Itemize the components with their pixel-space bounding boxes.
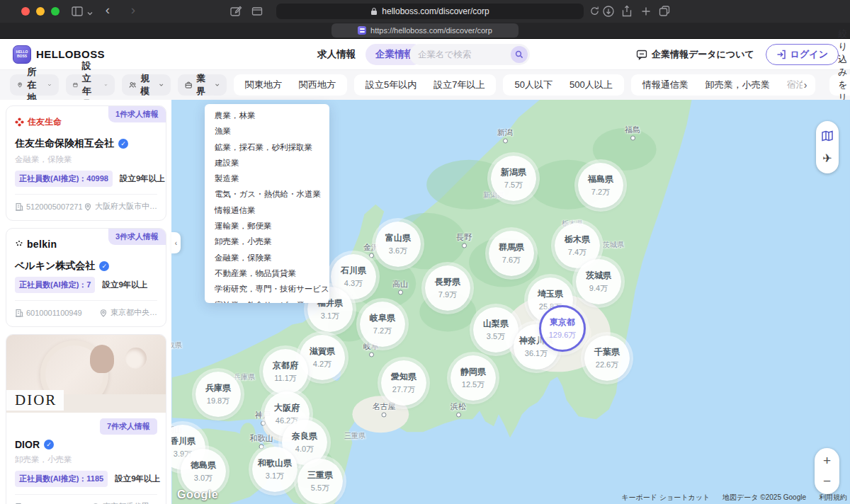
prefecture-bubble[interactable]: 徳島県 3.0万 <box>181 449 226 494</box>
job-count-badge: 1件求人情報 <box>108 106 166 122</box>
prefecture-bubble[interactable]: 京都府 11.1万 <box>263 349 308 394</box>
compose-icon[interactable] <box>230 5 242 18</box>
map-place-label: 取県 <box>171 340 182 350</box>
industry-menu-item[interactable]: 鉱業，採石業，砂利採取業 <box>205 139 329 155</box>
prefecture-bubble[interactable]: 富山県 3.6万 <box>375 222 421 267</box>
industry-menu-item[interactable]: 宿泊業，飲食サービス業 <box>205 297 329 303</box>
verified-badge-icon: ✓ <box>99 261 109 271</box>
filter-chip[interactable]: 関東地方 <box>237 79 290 91</box>
search-button[interactable] <box>511 46 528 63</box>
search-input[interactable] <box>418 50 511 59</box>
prefecture-bubble[interactable]: 静岡県 12.5万 <box>450 355 496 401</box>
prefecture-bubble[interactable]: 和歌山県 3.1万 <box>252 447 298 492</box>
industry-menu-item[interactable]: 漁業 <box>205 123 329 139</box>
filter-chip[interactable]: 情報通信業 <box>634 79 697 91</box>
forward-button[interactable]: › <box>126 2 140 18</box>
company-card[interactable]: 3件求人情報 belkin ベルキン株式会社 ✓ 正社員数(AI推定)：7 設立… <box>6 228 166 327</box>
reload-icon[interactable] <box>589 6 600 16</box>
downloads-icon[interactable] <box>602 5 615 18</box>
filter-chip[interactable]: 500人以上 <box>561 79 621 91</box>
industry-menu-item[interactable]: 運輸業，郵便業 <box>205 218 329 234</box>
prefecture-count: 3.5万 <box>487 331 505 342</box>
filter-size-dropdown[interactable]: 規模 <box>122 74 171 96</box>
close-window-button[interactable] <box>21 7 30 16</box>
prefecture-bubble[interactable]: 群馬県 7.6万 <box>489 231 534 276</box>
prefecture-bubble[interactable]: 茨城県 9.4万 <box>576 259 621 304</box>
prefecture-name: 群馬県 <box>499 241 524 253</box>
zoom-out-button[interactable]: − <box>823 474 831 489</box>
industry-menu-item[interactable]: 卸売業，小売業 <box>205 234 329 249</box>
location-pin-icon <box>99 309 108 317</box>
back-button[interactable]: ‹ <box>101 2 115 18</box>
prefecture-bubble[interactable]: 山梨県 3.5万 <box>473 307 518 353</box>
industry-menu-item[interactable]: 情報通信業 <box>205 202 329 218</box>
filter-chip[interactable]: 宿泊業，飲食サービス業 <box>778 79 803 91</box>
filter-chip[interactable]: 卸売業，小売業 <box>697 79 778 91</box>
industry-menu-item[interactable]: 電気・ガス・熱供給・水道業 <box>205 186 329 202</box>
header-nav: 求人情報 企業情報 <box>317 44 424 65</box>
chevron-down-icon[interactable] <box>86 7 94 14</box>
industry-menu-item[interactable]: 製造業 <box>205 171 329 186</box>
prefecture-bubble[interactable]: 岐阜県 7.2万 <box>360 302 405 347</box>
sidebar-toggle-icon[interactable] <box>71 5 84 18</box>
lock-icon <box>370 7 378 16</box>
prefecture-name: 埼玉県 <box>538 288 563 300</box>
industry-menu-item[interactable]: 学術研究，専門・技術サービス業 <box>205 281 329 297</box>
verified-badge-icon: ✓ <box>44 440 54 449</box>
tab-overview-icon[interactable] <box>658 5 671 18</box>
airplane-icon[interactable]: ✈ <box>822 151 832 165</box>
prefecture-name: 千葉県 <box>594 346 620 358</box>
filter-chip[interactable]: 設立7年以上 <box>425 79 493 91</box>
sidebar-collapse-handle[interactable]: ‹ <box>171 232 181 253</box>
share-icon[interactable] <box>620 5 633 18</box>
industry-menu-item[interactable]: 建設業 <box>205 155 329 171</box>
address-bar[interactable]: helloboss.com/discover/corp <box>276 4 584 19</box>
prefecture-bubble[interactable]: 福島県 7.2万 <box>578 163 623 208</box>
prefecture-bubble[interactable]: 三重県 5.5万 <box>298 459 343 504</box>
filter-chip[interactable]: 設立5年以内 <box>357 79 425 91</box>
prefecture-bubble[interactable]: 千葉県 22.6万 <box>584 336 630 381</box>
filter-founded-dropdown[interactable]: 設立年月 <box>66 74 115 96</box>
reset-filters-button[interactable]: 絞り込みをリセット <box>829 74 850 96</box>
building-icon <box>15 309 23 317</box>
prefecture-bubble[interactable]: 新潟県 7.5万 <box>491 156 536 201</box>
location-pin-icon <box>84 202 92 211</box>
company-card[interactable]: 1件求人情報 住友生命 住友生命保険相互会社 ✓ 金融業，保険業 正社員数(AI… <box>6 105 166 221</box>
filter-chip-group-founded: 設立5年以内設立7年以上 <box>354 74 496 96</box>
zoom-in-button[interactable]: + <box>823 453 831 469</box>
chips-scroll-right-icon[interactable]: › <box>803 79 813 91</box>
industry-menu-item[interactable]: 農業，林業 <box>205 108 329 123</box>
login-button[interactable]: ログイン <box>766 44 839 65</box>
prefecture-bubble[interactable]: 東京都 129.6万 <box>539 305 586 352</box>
map-mode-icon[interactable] <box>821 130 834 142</box>
prefecture-bubble[interactable]: 愛知県 27.7万 <box>381 360 426 406</box>
map-zoom-control: + − <box>815 448 839 494</box>
filter-bar: 所在地 設立年月 規模 業界 関東地方関西地方 設立5年以内設立7年以上 50人… <box>0 70 850 100</box>
google-logo[interactable]: Google <box>177 488 218 501</box>
minimize-window-button[interactable] <box>36 7 45 16</box>
prefecture-name: 静岡県 <box>460 366 486 378</box>
filter-industry-dropdown[interactable]: 業界 <box>178 74 227 96</box>
filter-chip-group-size: 50人以下500人以上 <box>503 74 623 96</box>
keyboard-shortcuts-link[interactable]: キーボード ショートカット <box>621 493 710 503</box>
chevron-down-icon <box>47 81 52 88</box>
company-data-about-link[interactable]: 企業情報データについて <box>636 48 754 61</box>
company-stats: 正社員数(AI推定)：1185 設立9年以上 <box>15 471 157 487</box>
filter-chip[interactable]: 関西地方 <box>290 79 344 91</box>
industry-menu-item[interactable]: 金融業，保険業 <box>205 250 329 265</box>
prefecture-bubble[interactable]: 兵庫県 19.8万 <box>196 372 241 417</box>
terms-link[interactable]: 利用規約 <box>819 493 847 503</box>
zoom-window-button[interactable] <box>51 7 60 16</box>
filter-chip[interactable]: 50人以下 <box>506 79 560 91</box>
active-tab[interactable]: https://helloboss.com/discover/corp <box>332 23 518 38</box>
nav-jobs-tab[interactable]: 求人情報 <box>317 48 356 61</box>
prefecture-count: 7.9万 <box>438 290 457 300</box>
filter-location-dropdown[interactable]: 所在地 <box>10 74 59 96</box>
company-card[interactable]: DIOR 7件求人情報 DIOR ✓ 卸売業，小売業 正社員数(AI推定)：11… <box>6 334 166 504</box>
page-settings-icon[interactable] <box>251 5 264 18</box>
industry-menu-item[interactable]: 不動産業，物品賃貸業 <box>205 265 329 281</box>
prefecture-name: 富山県 <box>385 232 411 244</box>
new-tab-icon[interactable] <box>640 5 652 18</box>
company-industry: 卸売業，小売業 <box>15 454 157 465</box>
prefecture-bubble[interactable]: 長野県 7.9万 <box>425 265 470 311</box>
